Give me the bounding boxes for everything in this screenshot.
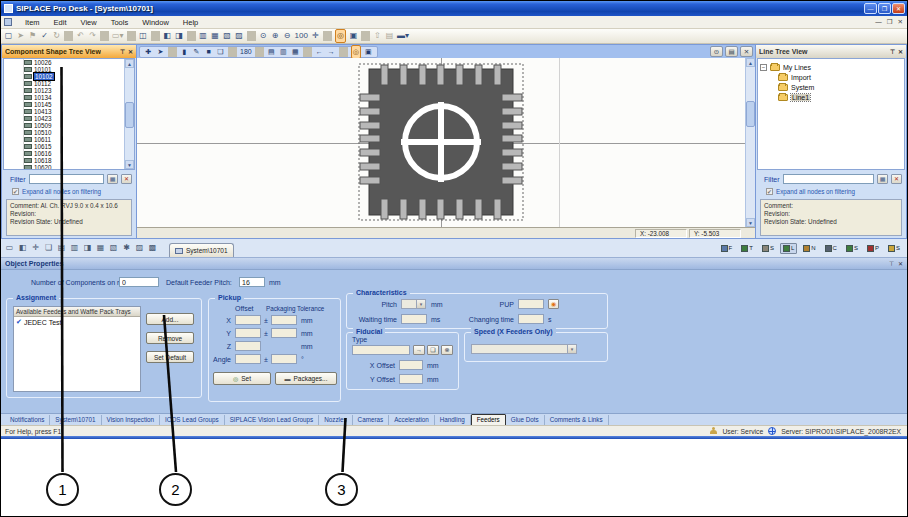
shape-tree-scrollbar[interactable]: ▲ ▼ [124,59,134,169]
page-icon[interactable]: ❏ [216,46,225,58]
frame-icon[interactable]: ▣ [349,30,358,42]
mdi-close-button[interactable]: ✕ [898,18,903,26]
new-icon[interactable]: ▢ [4,30,13,42]
delete-icon[interactable]: ■ [204,46,213,58]
shape-tree-item[interactable]: 10509 [10,122,124,129]
offset-input[interactable] [235,328,261,338]
station-icon-4[interactable]: ▨ [235,30,244,42]
scroll-up-icon[interactable]: ▲ [746,58,755,67]
property-tab[interactable]: Glue Dots [506,415,545,425]
fiducial-type-input[interactable] [352,345,410,355]
pup-button[interactable]: ◉ [548,299,559,309]
table-icon[interactable]: ▨ [135,242,144,254]
set-button[interactable]: ◎ Set [213,372,271,385]
shape-tree-item[interactable]: 10134 [10,94,124,101]
shape-tree-item[interactable]: 10145 [10,101,124,108]
shape-tree-item[interactable]: 10510 [10,129,124,136]
report-icon[interactable]: ▤ [385,30,394,42]
mdi-restore-button[interactable]: ❐ [887,18,893,26]
filter-input[interactable] [783,174,874,184]
more-icon[interactable]: ▬▾ [397,30,409,42]
remove-button[interactable]: Remove [146,332,194,344]
separator[interactable] [151,31,160,41]
separator[interactable] [361,31,370,41]
undo-icon[interactable]: ↶ [76,30,85,42]
shape-tree-item[interactable]: 10026 [10,59,124,66]
pin-icon[interactable]: ⊤ [889,260,894,267]
zoom-tool-button[interactable]: ⊙ [710,46,723,57]
package-icon[interactable]: ◨ [83,242,92,254]
zoom-100-icon[interactable]: 100 [295,30,308,42]
close-icon[interactable]: ✕ [128,48,133,55]
upload-icon[interactable]: ⇧ [373,30,382,42]
collapse-icon[interactable]: − [760,64,767,71]
view-f-button[interactable]: F [718,243,736,254]
zoom-in-icon[interactable]: ⊕ [271,30,280,42]
shape-tree-item[interactable]: 10615 [10,143,124,150]
expand-checkbox[interactable]: ✔ [766,188,773,195]
fill-icon[interactable]: ▮ [180,46,189,58]
property-tab[interactable]: Nozzles [319,415,352,425]
scroll-down-icon[interactable]: ▼ [746,218,755,227]
tolerance-input[interactable] [271,354,297,364]
box-icon[interactable]: ▦ [96,242,105,254]
separator[interactable] [100,31,109,41]
canvas-vertical-scrollbar[interactable]: ▲ ▼ [745,58,755,227]
filter-clear-button[interactable]: ✕ [891,174,902,184]
shape-tree-item[interactable]: 10112 [10,80,124,87]
fiducial-x-offset-input[interactable] [399,360,423,370]
menu-item[interactable]: Tools [104,18,136,27]
view-c-button[interactable]: C [822,243,840,254]
pitch-dropdown[interactable]: ▾ [401,299,426,309]
reel-count-input[interactable] [119,277,159,287]
close-icon[interactable]: ✕ [898,48,903,55]
component-canvas[interactable]: ▲ ▼ [137,58,755,227]
minimize-button[interactable]: — [864,3,877,14]
film-icon[interactable]: ▤ [57,242,66,254]
view-p-button[interactable]: P [864,243,882,254]
component-view-icon[interactable]: ▣ [364,46,373,58]
view-l-button[interactable]: L [780,243,797,254]
tolerance-input[interactable] [271,328,297,338]
shape-tree-item[interactable]: 10123 [10,87,124,94]
menu-item[interactable]: View [74,18,104,27]
center-component-icon[interactable]: ◎ [351,45,361,59]
feeder-pitch-input[interactable] [239,277,265,287]
selection-dropdown-icon[interactable]: ▭▾ [112,30,124,42]
restore-button[interactable]: ❐ [878,3,891,14]
offset-input[interactable] [235,354,261,364]
search-icon[interactable]: ⊙ [259,30,268,42]
pan-icon[interactable]: ✛ [311,30,320,42]
property-tab[interactable]: Handling [435,415,471,425]
shape-tree-item[interactable]: 10616 [10,150,124,157]
line-tree-item[interactable]: Line1 [778,92,902,102]
line-tree-item[interactable]: System [778,82,902,92]
select-arrow-icon[interactable]: ➤ [156,46,165,58]
property-tab[interactable]: Cameras [353,415,390,425]
separator[interactable] [228,47,237,57]
separator[interactable] [303,47,312,57]
gear-icon[interactable]: ✱ [122,242,131,254]
view-t-button[interactable]: T [738,243,756,254]
separator[interactable] [127,31,136,41]
menu-item[interactable]: Help [176,18,205,27]
separator[interactable] [323,31,332,41]
assign-fiducial-button[interactable]: → [413,345,425,355]
close-icon[interactable]: ✕ [898,260,903,267]
shape-tree-item[interactable]: 10102 [10,73,124,80]
filter-apply-button[interactable]: ▦ [877,174,888,184]
pup-input[interactable] [518,299,544,309]
pin-icon[interactable]: ⊤ [890,48,895,55]
station-icon-1[interactable]: ▥ [199,30,208,42]
waiting-time-input[interactable] [401,314,427,324]
separator[interactable] [187,31,196,41]
filter-apply-button[interactable]: ▦ [107,174,118,184]
grid-icon[interactable]: ▩ [148,242,157,254]
view-s3-button[interactable]: S [885,243,903,254]
center-target-icon[interactable]: ◎ [335,29,346,43]
monitor-icon[interactable]: ▭ [5,242,14,254]
changing-time-input[interactable] [518,314,544,324]
separator[interactable] [247,31,256,41]
tolerance-input[interactable] [271,315,297,325]
menu-item[interactable]: Window [135,18,176,27]
